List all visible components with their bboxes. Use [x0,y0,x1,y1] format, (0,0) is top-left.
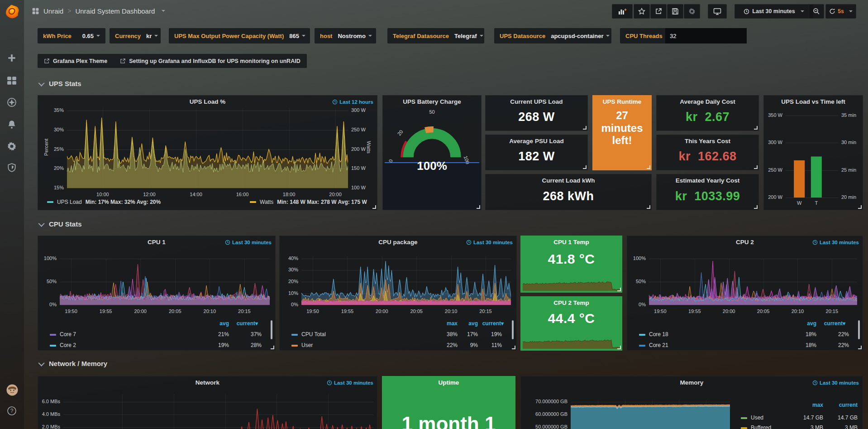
cpu-threads-input[interactable] [665,28,747,43]
panel-resize-handle[interactable] [477,205,480,209]
variable-label: CPU Threads [625,33,663,39]
user-avatar[interactable] [6,384,18,396]
configuration-gear-icon[interactable] [7,141,17,151]
panel-title[interactable]: Estimated Yearly Cost [657,177,758,184]
panel-title[interactable]: UPS Load vs Time left [764,98,863,105]
legend-header-avg[interactable]: avg [458,320,478,327]
legend-series-name[interactable]: Used [751,415,763,421]
panel-title[interactable]: This Years Cost [657,138,758,145]
panel-resize-handle[interactable] [512,346,515,349]
legend-header-current[interactable]: current▾ [477,320,504,327]
panel-resize-handle[interactable] [271,346,274,349]
dashboard-link[interactable]: Grafana Plex Theme [44,58,107,64]
panel-time-range[interactable]: Last 30 minutes [327,380,373,386]
zoom-out-button[interactable] [809,4,824,19]
grafana-logo-icon[interactable] [5,4,20,19]
legend-header-max[interactable]: max [438,320,458,327]
variable-telegraf-datasource[interactable]: Telegraf Datasource Telegraf [387,28,484,43]
legend-series-name[interactable]: User [301,342,313,348]
cpu1-plot[interactable] [60,259,270,305]
legend-header-current[interactable]: current▾ [231,320,258,327]
panel-title[interactable]: Network [38,379,377,386]
legend-item-ups-load[interactable]: UPS Load Min: 17% Max: 32% Avg: 20% [47,199,161,205]
panel-time-range[interactable]: Last 12 hours [332,99,373,105]
panel-resize-handle[interactable] [754,126,758,130]
panel-title[interactable]: UPS Load % [38,98,377,105]
legend-series-name[interactable]: Core 2 [60,342,76,348]
panel-title[interactable]: CPU 1 Temp [521,239,622,246]
panel-resize-handle[interactable] [858,205,862,209]
create-plus-icon[interactable] [7,53,17,63]
section-network-memory[interactable]: Network / Memory [40,360,107,367]
cycle-view-monitor-button[interactable] [708,4,727,19]
explore-compass-icon[interactable] [7,97,17,107]
panel-title[interactable]: UPS Battery Charge [383,98,481,105]
legend-item-watts[interactable]: Watts Min: 148 W Max: 278 W Avg: 175 W [250,199,367,205]
panel-time-range[interactable]: Last 30 minutes [466,240,513,245]
variable-ups-max-power[interactable]: UPS Max Output Power Capacity (Watt) 865 [169,28,310,43]
panel-title[interactable]: CPU 2 Temp [521,299,622,306]
panel-title[interactable]: UPS Runtime [593,98,651,105]
panel-title[interactable]: Average PSU Load [486,138,587,145]
panel-title[interactable]: Current Load kWh [486,177,651,184]
panel-time-range[interactable]: Last 30 minutes [812,380,859,386]
section-ups-stats[interactable]: UPS Stats [40,80,81,87]
panel-time-range[interactable]: Last 30 minutes [812,240,859,245]
dashboards-icon[interactable] [7,76,17,86]
panel-resize-handle[interactable] [617,346,621,349]
panel-title[interactable]: Current UPS Load [486,98,587,105]
legend-header-avg[interactable]: avg [211,320,229,327]
star-button[interactable] [634,4,650,19]
axis-tick-label: 300 W [763,140,782,145]
panel-resize-handle[interactable] [617,288,621,291]
panel-title[interactable]: Memory [521,379,863,386]
legend-series-name[interactable]: Core 7 [60,331,76,337]
panel-resize-handle[interactable] [372,205,376,209]
legend-series-name[interactable]: Core 21 [649,342,668,348]
panel-title[interactable]: Uptime [382,379,515,386]
legend-series-name[interactable]: CPU Total [301,331,326,337]
panel-resize-handle[interactable] [754,165,758,169]
panel-resize-handle[interactable] [647,165,650,169]
panel-time-range[interactable]: Last 30 minutes [225,240,272,245]
panel-resize-handle[interactable] [754,205,758,209]
section-cpu-stats[interactable]: CPU Stats [40,220,82,228]
help-icon[interactable]: ? [7,406,17,416]
admin-shield-icon[interactable] [7,163,17,173]
network-plot[interactable] [63,394,373,429]
variable-host[interactable]: host Nostromo [315,28,376,43]
share-button[interactable] [650,4,667,19]
ups-load-plot[interactable] [67,108,348,188]
breadcrumb-page[interactable]: Unraid System Dashboard [75,7,155,15]
panel-resize-handle[interactable] [583,126,587,130]
legend-header-max[interactable]: max [791,402,823,408]
legend-header-current[interactable]: current [825,402,858,408]
save-button[interactable] [667,4,683,19]
time-range-picker[interactable]: Last 30 minutes [734,4,813,19]
dashboard-link[interactable]: Setting up Grafana and InfluxDB for UPS … [120,58,300,64]
variable-kwh-price[interactable]: kWh Price 0.65 [38,28,105,43]
alerting-bell-icon[interactable] [7,120,17,130]
chevron-down-icon[interactable] [162,10,165,12]
panel-title[interactable]: Average Daily Cost [657,98,758,105]
breadcrumb-root[interactable]: Unraid [43,7,63,15]
cpu-package-plot[interactable] [301,256,511,305]
panel-resize-handle[interactable] [647,205,650,209]
refresh-picker[interactable]: 5s [825,4,856,19]
ups-bars-plot[interactable] [786,116,838,198]
variable-ups-datasource[interactable]: UPS Datasource apcupsd-container [494,28,611,43]
panel-resize-handle[interactable] [858,346,862,349]
dashboard-settings-button[interactable] [684,4,700,19]
legend-scrollbar[interactable] [512,320,514,339]
legend-scrollbar[interactable] [271,320,272,339]
legend-scrollbar[interactable] [858,320,860,339]
variable-currency[interactable]: Currency kr [110,28,161,43]
cpu2-plot[interactable] [649,259,857,305]
add-panel-button[interactable] [612,4,633,19]
legend-header-avg[interactable]: avg [798,320,816,327]
legend-series-name[interactable]: Buffered [751,424,771,429]
legend-series-name[interactable]: Core 18 [649,331,668,337]
legend-header-current[interactable]: current▾ [818,320,845,327]
panel-resize-handle[interactable] [583,165,587,169]
legend-row: User 22% 9% 11% [280,342,516,350]
